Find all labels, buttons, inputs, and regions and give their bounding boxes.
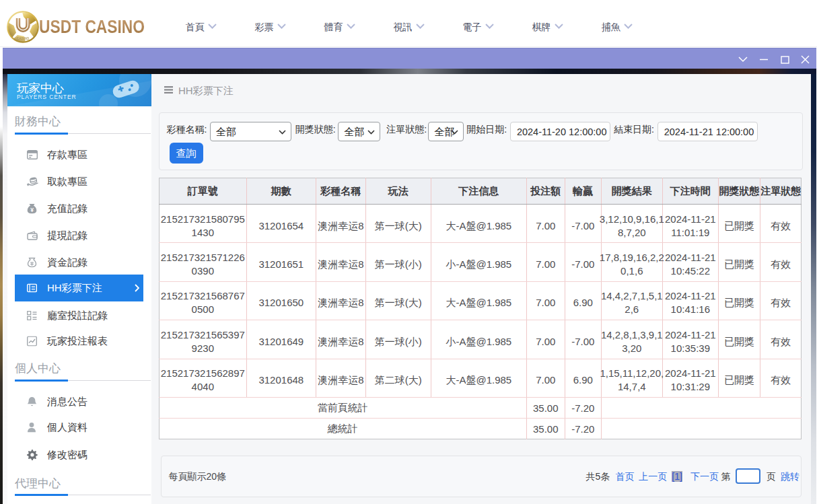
- svg-text:¥: ¥: [30, 207, 34, 213]
- svg-text:CASINO: CASINO: [17, 37, 30, 40]
